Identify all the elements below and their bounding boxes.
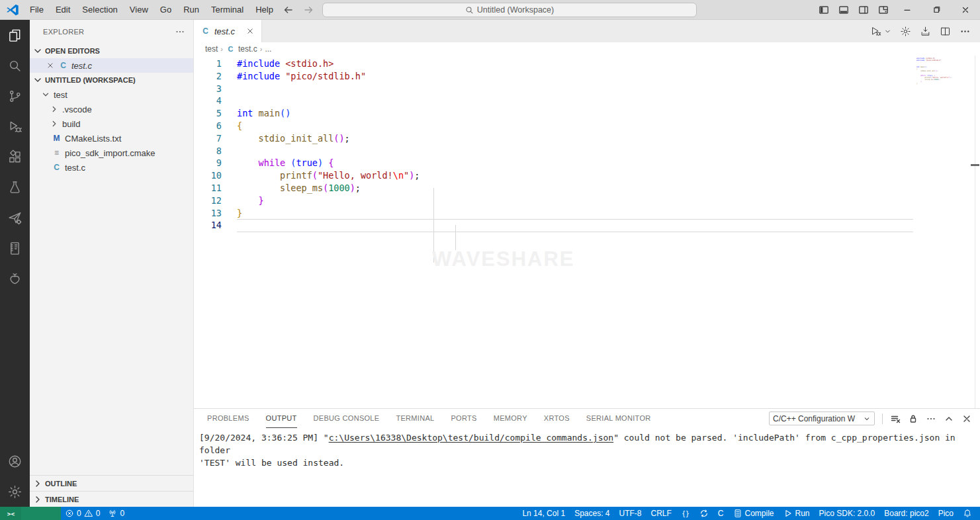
- panel-right-icon[interactable]: [858, 5, 869, 15]
- workspace-header[interactable]: UNTITLED (WORKSPACE): [30, 73, 193, 87]
- clear-output-icon[interactable]: [890, 413, 901, 424]
- panel-tab-output[interactable]: OUTPUT: [266, 409, 297, 428]
- sidebar-bottom-sections: OUTLINETIMELINE: [30, 475, 193, 507]
- chevron-right-icon: [32, 494, 43, 505]
- menu-view[interactable]: View: [124, 0, 154, 20]
- file-build[interactable]: build: [30, 116, 193, 131]
- panel-tab-problems[interactable]: PROBLEMS: [207, 409, 249, 428]
- window-controls: [893, 0, 980, 20]
- file-test.c[interactable]: Ctest.c: [30, 160, 193, 175]
- section-outline[interactable]: OUTLINE: [30, 475, 193, 491]
- chevron-up-icon[interactable]: [944, 413, 954, 424]
- activitybar-source-control[interactable]: [0, 81, 30, 111]
- cursor-position[interactable]: Ln 14, Col 1: [518, 507, 569, 520]
- explorer-more-actions-icon[interactable]: [175, 26, 185, 37]
- pico-extension[interactable]: Pico: [934, 507, 958, 520]
- activitybar-datasheets[interactable]: [0, 233, 30, 263]
- maximize-button[interactable]: [922, 0, 951, 20]
- open-editors-header[interactable]: OPEN EDITORS: [30, 44, 193, 58]
- close-icon: [961, 5, 970, 15]
- activitybar-explorer[interactable]: [0, 20, 30, 50]
- activitybar-search[interactable]: [0, 50, 30, 81]
- activitybar-manage[interactable]: [0, 476, 30, 507]
- breadcrumb-item[interactable]: test.c: [238, 44, 257, 54]
- menu-file[interactable]: File: [24, 0, 50, 20]
- search-icon: [7, 58, 22, 73]
- sync-icon: [699, 509, 709, 518]
- activitybar-pico-sdk[interactable]: [0, 202, 30, 233]
- compile-project[interactable]: Compile: [729, 507, 778, 520]
- language-mode[interactable]: C: [714, 507, 728, 520]
- sync-indicator[interactable]: [695, 507, 713, 520]
- activitybar-run-and-debug[interactable]: [0, 111, 30, 142]
- remote-indicator[interactable]: ><: [0, 507, 21, 520]
- layout-custom-icon[interactable]: [878, 5, 889, 15]
- nav-back-icon[interactable]: [283, 5, 294, 15]
- activitybar-extensions[interactable]: [0, 142, 30, 172]
- generic-file-icon: ≡: [52, 148, 62, 157]
- panel-tab-serial-monitor[interactable]: SERIAL MONITOR: [586, 409, 651, 428]
- panel-tab-debug-console[interactable]: DEBUG CONSOLE: [314, 409, 380, 428]
- run-project[interactable]: Run: [780, 507, 814, 520]
- command-center-search[interactable]: Untitled (Workspace): [322, 3, 697, 17]
- activitybar-testing[interactable]: [0, 172, 30, 202]
- activitybar-raspberry-pi[interactable]: [0, 263, 30, 294]
- menu-terminal[interactable]: Terminal: [205, 0, 249, 20]
- menu-go[interactable]: Go: [154, 0, 177, 20]
- tab-test-c[interactable]: C test.c: [194, 20, 262, 42]
- panel-tab-memory[interactable]: MEMORY: [494, 409, 527, 428]
- open-editor-test.c[interactable]: Ctest.c: [30, 58, 193, 73]
- file-CMakeLists.txt[interactable]: MCMakeLists.txt: [30, 131, 193, 146]
- language-status[interactable]: {}: [677, 507, 694, 520]
- activitybar-accounts[interactable]: [0, 446, 30, 476]
- tab-close-icon[interactable]: [245, 26, 255, 36]
- menu-run[interactable]: Run: [177, 0, 205, 20]
- code-line-13: 13}: [194, 207, 980, 220]
- more-icon[interactable]: [959, 26, 971, 37]
- remote-indicator-pad[interactable]: [21, 507, 61, 520]
- board-selector[interactable]: Board: pico2: [880, 507, 932, 520]
- menu-selection[interactable]: Selection: [76, 0, 123, 20]
- split-icon[interactable]: [940, 26, 951, 37]
- breadcrumb-separator: ›: [220, 45, 223, 53]
- file-test[interactable]: test: [30, 87, 193, 102]
- breadcrumb-item[interactable]: ...: [265, 44, 271, 54]
- menu-edit[interactable]: Edit: [50, 0, 76, 20]
- panel-tab-ports[interactable]: PORTS: [451, 409, 476, 428]
- file-pico_sdk_import.cmake[interactable]: ≡pico_sdk_import.cmake: [30, 146, 193, 160]
- close-icon[interactable]: [961, 413, 972, 424]
- problems-summary[interactable]: 00: [61, 507, 104, 520]
- encoding[interactable]: UTF-8: [615, 507, 646, 520]
- chevron-right-icon: [50, 105, 59, 114]
- panel-tab-xrtos[interactable]: XRTOS: [544, 409, 570, 428]
- indentation[interactable]: Spaces: 4: [570, 507, 613, 520]
- lock-icon[interactable]: [908, 413, 918, 424]
- breadcrumb: test›Ctest.c›...: [194, 42, 980, 56]
- pico-sdk-version[interactable]: Pico SDK: 2.0.0: [815, 507, 879, 520]
- panel-bottom-icon[interactable]: [838, 5, 849, 15]
- more-icon[interactable]: [926, 413, 936, 424]
- forwarded-ports[interactable]: 0: [104, 507, 128, 520]
- code-text: }: [222, 207, 242, 220]
- close-small-icon[interactable]: [46, 61, 55, 70]
- output-channel-dropdown[interactable]: C/C++ Configuration W: [769, 412, 875, 425]
- code-editor[interactable]: 1#include <stdio.h>2#include "pico/stdli…: [194, 56, 980, 408]
- panel-left-icon[interactable]: [819, 5, 829, 15]
- file-.vscode[interactable]: .vscode: [30, 102, 193, 116]
- deploy-icon[interactable]: [920, 26, 931, 37]
- nav-forward-icon[interactable]: [303, 5, 314, 15]
- minimize-button[interactable]: [893, 0, 922, 20]
- section-timeline[interactable]: TIMELINE: [30, 491, 193, 507]
- scrollbar-track[interactable]: [975, 56, 975, 408]
- gear-icon[interactable]: [900, 26, 911, 37]
- output-file-link[interactable]: c:\Users\16338\Desktop\test/build/compil…: [329, 433, 613, 443]
- panel-tab-terminal[interactable]: TERMINAL: [396, 409, 434, 428]
- minimap[interactable]: #include <stdio.h>#include "pico/stdlib.…: [916, 58, 944, 87]
- run-file-icon[interactable]: [870, 26, 881, 37]
- breadcrumb-item[interactable]: test: [205, 44, 218, 54]
- chevron-down-icon[interactable]: [884, 28, 891, 35]
- menu-help[interactable]: Help: [249, 0, 279, 20]
- end-of-line[interactable]: CRLF: [647, 507, 676, 520]
- close-button[interactable]: [951, 0, 980, 20]
- notifications[interactable]: [959, 507, 976, 520]
